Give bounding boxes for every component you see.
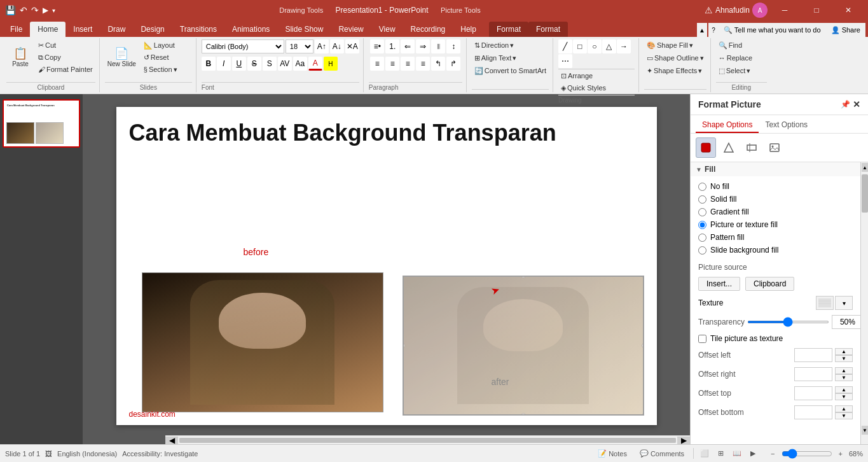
no-fill-radio[interactable] <box>698 183 706 191</box>
offset-bottom-input[interactable]: 0% <box>794 405 832 419</box>
numbering-btn[interactable]: 1. <box>385 39 399 53</box>
zoom-in-btn[interactable]: + <box>835 449 846 459</box>
tab-format-picture[interactable]: Format <box>528 22 568 37</box>
tab-transitions[interactable]: Transitions <box>172 22 224 37</box>
gradient-fill-option[interactable]: Gradient fill <box>698 206 853 218</box>
format-panel-pin-btn[interactable]: 📌 <box>841 100 850 109</box>
horizontal-scrollbar[interactable]: ◀ ▶ <box>165 435 690 444</box>
offset-left-up-btn[interactable]: ▲ <box>835 348 853 355</box>
case-button[interactable]: Aa <box>293 57 307 71</box>
scroll-up-arrow[interactable]: ▲ <box>862 163 868 172</box>
zoom-out-btn[interactable]: − <box>767 449 778 459</box>
slide-background-fill-option[interactable]: Slide background fill <box>698 244 853 256</box>
shape-rect[interactable]: □ <box>573 39 587 53</box>
tab-animations[interactable]: Animations <box>224 22 277 37</box>
help-icon[interactable]: ? <box>708 23 719 37</box>
notes-button[interactable]: 📝 Notes <box>594 448 631 459</box>
tab-draw[interactable]: Draw <box>100 22 133 37</box>
pattern-fill-option[interactable]: Pattern fill <box>698 231 853 244</box>
format-painter-button[interactable]: 🖌 Format Painter <box>36 64 95 75</box>
picture-texture-fill-radio[interactable] <box>698 221 706 229</box>
select-button[interactable]: ⬚ Select ▾ <box>716 65 767 76</box>
rtl-btn[interactable]: ↰ <box>431 57 445 71</box>
scroll-left-btn[interactable]: ◀ <box>165 437 178 444</box>
clear-format-btn[interactable]: ✕A <box>345 39 359 53</box>
font-color-button[interactable]: A <box>308 57 322 71</box>
undo-icon[interactable]: ↶ <box>20 5 27 15</box>
offset-left-input[interactable]: 0% <box>794 348 832 362</box>
zoom-level[interactable]: 68% <box>849 450 863 458</box>
tab-home[interactable]: Home <box>30 22 65 37</box>
image-after[interactable] <box>403 276 644 416</box>
shape-outline-button[interactable]: ▭ Shape Outline ▾ <box>644 52 706 64</box>
offset-top-up-btn[interactable]: ▲ <box>835 386 853 393</box>
justify-btn[interactable]: ≡ <box>416 57 430 71</box>
bullets-btn[interactable]: ≡• <box>370 39 384 53</box>
comments-button[interactable]: 💬 Comments <box>636 448 688 459</box>
copy-button[interactable]: ⧉ Copy <box>36 52 95 63</box>
fill-section-header[interactable]: ▼ Fill <box>691 162 860 176</box>
transparency-value-input[interactable] <box>832 315 860 329</box>
accessibility[interactable]: Accessibility: Investigate <box>122 450 198 458</box>
font-name-select[interactable]: Calibri (Body) <box>202 39 284 53</box>
replace-button[interactable]: ↔ Replace <box>716 52 767 64</box>
solid-fill-radio[interactable] <box>698 195 706 204</box>
underline-button[interactable]: U <box>232 57 246 71</box>
bold-button[interactable]: B <box>202 57 216 71</box>
offset-top-down-btn[interactable]: ▼ <box>835 393 853 400</box>
layout-button[interactable]: 📐 Layout <box>141 39 192 51</box>
share-button[interactable]: 👤 Share <box>826 23 865 37</box>
convert-smartart-button[interactable]: 🔄 Convert to SmartArt <box>472 65 549 76</box>
format-panel-close-btn[interactable]: ✕ <box>853 99 860 109</box>
arrange-button[interactable]: ⊡ Arrange <box>558 70 609 81</box>
find-button[interactable]: 🔍 Find <box>716 39 767 51</box>
offset-right-input[interactable]: 0% <box>794 367 832 381</box>
italic-button[interactable]: I <box>217 57 231 71</box>
align-right-btn[interactable]: ≡ <box>401 57 415 71</box>
align-left-btn[interactable]: ≡ <box>370 57 384 71</box>
tab-view[interactable]: View <box>371 22 403 37</box>
tile-checkbox[interactable] <box>698 335 706 343</box>
insert-button[interactable]: Insert... <box>698 277 740 291</box>
texture-preview[interactable] <box>816 296 834 310</box>
offset-left-down-btn[interactable]: ▼ <box>835 355 853 362</box>
normal-view-btn[interactable]: ⬜ <box>696 448 713 459</box>
scroll-thumb[interactable] <box>179 438 676 443</box>
shape-effects-button[interactable]: ✦ Shape Effects ▾ <box>644 65 705 76</box>
char-spacing-button[interactable]: AV <box>278 57 292 71</box>
effects-icon-btn[interactable] <box>719 137 739 158</box>
save-icon[interactable]: 💾 <box>5 5 16 15</box>
shape-fill-button[interactable]: 🎨 Shape Fill ▾ <box>644 39 696 51</box>
shape-arrow[interactable]: → <box>617 39 631 53</box>
rtl2-btn[interactable]: ↱ <box>446 57 460 71</box>
tab-slideshow[interactable]: Slide Show <box>277 22 331 37</box>
text-direction-button[interactable]: ⇅ Direction ▾ <box>472 39 523 51</box>
font-size-select[interactable]: 18 <box>286 39 313 53</box>
present-icon[interactable]: ▶ <box>43 6 48 15</box>
minimize-button[interactable]: ─ <box>770 0 799 20</box>
close-button[interactable]: ✕ <box>834 0 863 20</box>
shape-line[interactable]: ╱ <box>558 39 572 53</box>
format-panel-scrollbar[interactable]: ▲ ▼ <box>860 162 868 444</box>
no-fill-option[interactable]: No fill <box>698 180 853 193</box>
tab-design[interactable]: Design <box>133 22 172 37</box>
gradient-fill-radio[interactable] <box>698 208 706 216</box>
clipboard-button[interactable]: Clipboard <box>745 277 794 291</box>
cut-button[interactable]: ✂ Cut <box>36 39 95 51</box>
solid-fill-option[interactable]: Solid fill <box>698 193 853 206</box>
pattern-fill-radio[interactable] <box>698 234 706 242</box>
tell-me-input[interactable]: 🔍 Tell me what you want to do <box>719 23 826 37</box>
layout-icon-btn[interactable] <box>741 137 762 158</box>
paste-button[interactable]: 📋 Paste <box>6 39 34 75</box>
shape-circle[interactable]: ○ <box>588 39 602 53</box>
tab-help[interactable]: Help <box>453 22 484 37</box>
offset-right-down-btn[interactable]: ▼ <box>835 374 853 381</box>
tab-recording[interactable]: Recording <box>403 22 453 37</box>
decrease-indent-btn[interactable]: ⇐ <box>401 39 415 53</box>
quick-styles-button[interactable]: ◈ Quick Styles <box>558 82 609 94</box>
tab-insert[interactable]: Insert <box>65 22 100 37</box>
zoom-slider[interactable] <box>782 449 832 459</box>
scroll-right-btn[interactable]: ▶ <box>677 437 690 444</box>
maximize-button[interactable]: □ <box>802 0 831 20</box>
new-slide-button[interactable]: 📄 New Slide <box>105 39 139 75</box>
